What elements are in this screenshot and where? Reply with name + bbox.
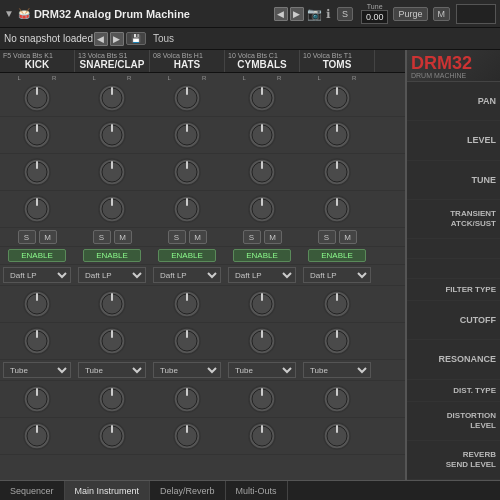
level-knob-1 [75, 117, 150, 153]
mute-btn-2[interactable]: M [189, 230, 207, 244]
s-btn[interactable]: S [337, 7, 353, 21]
ch0-name: KICK [3, 59, 71, 70]
pan-knob-4: LR [300, 73, 375, 116]
collapse-arrow[interactable]: ▼ [4, 8, 14, 19]
next-btn[interactable]: ▶ [290, 7, 304, 21]
row-labels: PAN LEVEL TUNE TRANSIENTATCK/SUST FILTER… [407, 82, 500, 480]
solo-btn-0[interactable]: S [18, 230, 36, 244]
distortion-label: DISTORTIONLEVEL [407, 402, 500, 441]
second-row: No snapshot loaded ◀ ▶ 💾 Tous [0, 28, 500, 50]
tab-sequencer[interactable]: Sequencer [0, 481, 65, 500]
filter-select-1[interactable]: Daft LP [78, 267, 146, 283]
resonance-row [0, 323, 405, 360]
mute-btn-0[interactable]: M [39, 230, 57, 244]
drm-title: DRM32 [411, 54, 496, 72]
dist-select-2[interactable]: Tube [153, 362, 221, 378]
enable-label-spacer [407, 259, 500, 279]
ch4-name: TOMS [303, 59, 371, 70]
filter-type-label: FILTER TYPE [407, 279, 500, 301]
prev-btn[interactable]: ◀ [274, 7, 288, 21]
cutoff-knob-1 [75, 286, 150, 322]
filter-select-2[interactable]: Daft LP [153, 267, 221, 283]
resonance-label: RESONANCE [407, 340, 500, 379]
level-knob-4 [300, 117, 375, 153]
tab-main-instrument[interactable]: Main Instrument [65, 481, 151, 500]
solo-btn-3[interactable]: S [243, 230, 261, 244]
level-knob-0 [0, 117, 75, 153]
enable-cell-0: ENABLE [0, 249, 75, 262]
pan-knob-2: LR [150, 73, 225, 116]
pan-knob-0: LR [0, 73, 75, 116]
rev-knob-1 [75, 418, 150, 454]
m-btn[interactable]: M [433, 7, 451, 21]
dist-knob-1 [75, 381, 150, 417]
dist-select-4[interactable]: Tube [303, 362, 371, 378]
level-row [0, 117, 405, 154]
tab-delay-reverb[interactable]: Delay/Reverb [150, 481, 226, 500]
channel-headers: F5 Volca Bts K1 KICK 13 Volca Bts S1 SNA… [0, 50, 405, 73]
purge-btn[interactable]: Purge [393, 7, 427, 21]
info-btn[interactable]: ℹ [326, 7, 331, 21]
enable-btn-1[interactable]: ENABLE [83, 249, 141, 262]
camera-btn[interactable]: 📷 [307, 7, 322, 21]
filter-select-0[interactable]: Daft LP [3, 267, 71, 283]
right-panel: DRM32 DRUM MACHINE PAN LEVEL TUNE TRANSI… [405, 50, 500, 480]
sm-cell-2: S M [150, 230, 225, 244]
snap-save-btn[interactable]: 💾 [126, 32, 146, 45]
dist-select-3[interactable]: Tube [228, 362, 296, 378]
cutoff-knob-2 [150, 286, 225, 322]
device-icon: 🥁 [18, 8, 30, 19]
enable-cell-2: ENABLE [150, 249, 225, 262]
ch3-name: CYMBALS [228, 59, 296, 70]
solo-btn-2[interactable]: S [168, 230, 186, 244]
filter-cell-3: Daft LP [225, 267, 300, 283]
enable-cell-4: ENABLE [300, 249, 375, 262]
sm-label-spacer [407, 239, 500, 259]
dist-cell-4: Tube [300, 362, 375, 378]
res-knob-2 [150, 323, 225, 359]
dist-cell-2: Tube [150, 362, 225, 378]
enable-btn-2[interactable]: ENABLE [158, 249, 216, 262]
tab-multi-outs[interactable]: Multi-Outs [226, 481, 288, 500]
channels-area: F5 Volca Bts K1 KICK 13 Volca Bts S1 SNA… [0, 50, 405, 480]
solo-btn-1[interactable]: S [93, 230, 111, 244]
filter-cell-0: Daft LP [0, 267, 75, 283]
filter-select-4[interactable]: Daft LP [303, 267, 371, 283]
snap-next[interactable]: ▶ [110, 32, 124, 46]
enable-row: ENABLE ENABLE ENABLE ENABLE ENABLE [0, 247, 405, 265]
mute-btn-1[interactable]: M [114, 230, 132, 244]
trans-knob-3 [225, 191, 300, 227]
pan-knob-1: LR [75, 73, 150, 116]
tune-knob-2 [150, 154, 225, 190]
mute-btn-4[interactable]: M [339, 230, 357, 244]
reverb-row [0, 418, 405, 455]
cutoff-knob-0 [0, 286, 75, 322]
ch3-tag: 10 Volca Bts C1 [228, 52, 296, 59]
solo-btn-4[interactable]: S [318, 230, 336, 244]
enable-btn-0[interactable]: ENABLE [8, 249, 66, 262]
dist-knob-3 [225, 381, 300, 417]
enable-btn-3[interactable]: ENABLE [233, 249, 291, 262]
trans-knob-2 [150, 191, 225, 227]
dist-select-1[interactable]: Tube [78, 362, 146, 378]
enable-cell-1: ENABLE [75, 249, 150, 262]
trans-knob-1 [75, 191, 150, 227]
drm-subtitle: DRUM MACHINE [411, 72, 496, 79]
mute-btn-3[interactable]: M [264, 230, 282, 244]
dist-select-0[interactable]: Tube [3, 362, 71, 378]
level-cols [0, 117, 375, 153]
transient-row [0, 191, 405, 228]
snap-prev[interactable]: ◀ [94, 32, 108, 46]
trans-knob-0 [0, 191, 75, 227]
res-knob-1 [75, 323, 150, 359]
distortion-row [0, 381, 405, 418]
tune-value[interactable]: 0.00 [361, 10, 389, 24]
tune-knob-3 [225, 154, 300, 190]
main-content: F5 Volca Bts K1 KICK 13 Volca Bts S1 SNA… [0, 50, 500, 480]
enable-btn-4[interactable]: ENABLE [308, 249, 366, 262]
filter-select-3[interactable]: Daft LP [228, 267, 296, 283]
reverb-label: REVERBSEND LEVEL [407, 441, 500, 480]
ch4-tag: 10 Volca Bts T1 [303, 52, 371, 59]
res-knob-4 [300, 323, 375, 359]
channel-col-4: 10 Volca Bts T1 TOMS [300, 50, 375, 72]
